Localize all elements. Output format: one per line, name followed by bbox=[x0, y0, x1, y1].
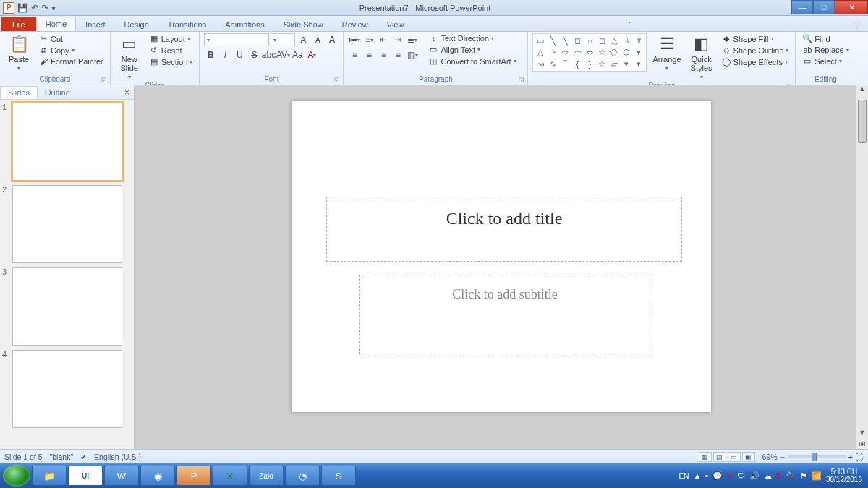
slideshow-view-button[interactable]: ▣ bbox=[742, 452, 755, 462]
align-right-button[interactable]: ≡ bbox=[377, 48, 390, 61]
slide-editor[interactable]: Click to add title Click to add subtitle bbox=[292, 101, 711, 412]
taskbar-chrome[interactable]: ◉ bbox=[140, 466, 175, 486]
shadow-button[interactable]: abс bbox=[262, 48, 275, 61]
tray-shield-icon[interactable]: 🛡 bbox=[737, 471, 745, 480]
start-button[interactable] bbox=[3, 465, 30, 487]
undo-icon[interactable]: ↶ bbox=[31, 3, 38, 13]
title-placeholder[interactable]: Click to add title bbox=[326, 197, 682, 262]
scroll-up-icon[interactable]: ▲ bbox=[856, 85, 868, 97]
close-button[interactable]: ✕ bbox=[835, 0, 868, 14]
save-icon[interactable]: 💾 bbox=[17, 3, 28, 13]
strike-button[interactable]: S bbox=[247, 48, 260, 61]
font-size-select[interactable] bbox=[271, 33, 295, 46]
slides-tab[interactable]: Slides bbox=[0, 86, 38, 99]
tray-app1-icon[interactable]: ▪ bbox=[705, 471, 708, 480]
maximize-button[interactable]: □ bbox=[813, 0, 835, 14]
reset-button[interactable]: ↺Reset bbox=[147, 45, 195, 56]
tab-insert[interactable]: Insert bbox=[76, 17, 115, 31]
tray-up-icon[interactable]: ▲ bbox=[693, 471, 701, 480]
tray-flag-icon[interactable]: ⚑ bbox=[800, 471, 807, 481]
thumbnail-4[interactable]: 4 bbox=[2, 350, 132, 428]
tab-slideshow[interactable]: Slide Show bbox=[274, 17, 333, 31]
align-left-button[interactable]: ≡ bbox=[348, 48, 361, 61]
align-text-button[interactable]: ▭Align Text bbox=[426, 44, 518, 55]
fit-window-button[interactable]: ⛶ bbox=[856, 453, 864, 461]
italic-button[interactable]: I bbox=[218, 48, 231, 61]
thumbnail-1[interactable]: 1 bbox=[2, 103, 132, 181]
text-direction-button[interactable]: ↕Text Direction bbox=[426, 33, 518, 43]
zoom-out-button[interactable]: − bbox=[780, 453, 785, 461]
tray-network-icon[interactable]: 📶 bbox=[812, 471, 822, 481]
decrease-indent-button[interactable]: ⇤ bbox=[377, 33, 390, 46]
close-panel-icon[interactable]: × bbox=[120, 87, 134, 98]
taskbar-word[interactable]: W bbox=[104, 466, 139, 486]
select-button[interactable]: ▭Select bbox=[800, 56, 851, 67]
scroll-thumb[interactable] bbox=[858, 100, 867, 143]
reading-view-button[interactable]: ▭ bbox=[728, 452, 741, 462]
bold-button[interactable]: B bbox=[204, 48, 217, 61]
layout-button[interactable]: ▦Layout bbox=[147, 33, 195, 44]
font-dialog-icon[interactable]: ◲ bbox=[334, 77, 340, 83]
tab-home[interactable]: Home bbox=[36, 17, 76, 31]
outline-tab[interactable]: Outline bbox=[38, 87, 77, 98]
paragraph-dialog-icon[interactable]: ◲ bbox=[519, 77, 524, 83]
quick-styles-button[interactable]: ◧Quick Styles bbox=[687, 33, 716, 82]
copy-button[interactable]: ⧉Copy bbox=[36, 45, 106, 56]
change-case-button[interactable]: Aa bbox=[291, 48, 304, 61]
tab-review[interactable]: Review bbox=[333, 17, 378, 31]
taskbar-powerpoint[interactable]: P bbox=[176, 466, 211, 486]
redo-icon[interactable]: ↷ bbox=[41, 3, 48, 13]
normal-view-button[interactable]: ▦ bbox=[699, 452, 712, 462]
paste-button[interactable]: 📋 Paste bbox=[4, 33, 33, 73]
char-spacing-button[interactable]: AV bbox=[276, 48, 289, 61]
justify-button[interactable]: ≡ bbox=[391, 48, 404, 61]
grow-font-icon[interactable]: A bbox=[297, 33, 310, 46]
font-family-select[interactable] bbox=[204, 33, 269, 46]
ribbon-minimize-icon[interactable]: ˇ bbox=[622, 21, 637, 31]
qat-more-icon[interactable]: ▾ bbox=[51, 3, 56, 13]
replace-button[interactable]: abReplace bbox=[800, 45, 851, 55]
thumbnail-3[interactable]: 3 bbox=[2, 267, 132, 346]
thumbnail-2[interactable]: 2 bbox=[2, 185, 132, 263]
help-icon[interactable]: ❔ bbox=[846, 21, 868, 31]
tray-cloud-icon[interactable]: ☁ bbox=[764, 471, 772, 481]
convert-smartart-button[interactable]: ◫Convert to SmartArt bbox=[426, 56, 518, 67]
numbering-button[interactable]: ≡ bbox=[362, 33, 375, 46]
taskbar-explorer[interactable]: 📁 bbox=[32, 466, 67, 486]
tray-v-icon[interactable]: V bbox=[727, 471, 732, 480]
tray-b-icon[interactable]: B bbox=[776, 471, 781, 480]
tray-power-icon[interactable]: 🔌 bbox=[786, 471, 796, 481]
shape-fill-button[interactable]: ◆Shape Fill bbox=[719, 33, 791, 44]
minimize-button[interactable]: — bbox=[791, 0, 813, 14]
align-center-button[interactable]: ≡ bbox=[362, 48, 375, 61]
new-slide-button[interactable]: ▭ New Slide bbox=[115, 33, 144, 82]
font-color-button[interactable]: A bbox=[305, 48, 318, 61]
vertical-scrollbar[interactable]: ▲ ▼ ⏮ ⏭ bbox=[856, 85, 868, 463]
section-button[interactable]: ▤Section bbox=[147, 56, 195, 67]
shape-outline-button[interactable]: ◇Shape Outline bbox=[719, 45, 791, 56]
clear-format-icon[interactable]: A̷ bbox=[326, 33, 339, 46]
taskbar-coccoc[interactable]: ◔ bbox=[285, 466, 320, 486]
language-indicator[interactable]: English (U.S.) bbox=[94, 453, 141, 461]
shape-effects-button[interactable]: ◯Shape Effects bbox=[719, 56, 791, 67]
line-spacing-button[interactable]: ≣ bbox=[406, 33, 419, 46]
scroll-down-icon[interactable]: ▼ bbox=[856, 429, 868, 440]
shrink-font-icon[interactable]: A bbox=[311, 33, 324, 46]
shapes-gallery[interactable]: ▭╲╲◻○◻△⇩⇧ △╰⇨⇦⇔☆⬠⬡▾ ↝∿⌒{}☆▱▾▾ bbox=[532, 33, 647, 72]
taskbar-unikey[interactable]: UI bbox=[68, 466, 103, 486]
zoom-slider[interactable] bbox=[788, 455, 846, 458]
tab-transitions[interactable]: Transitions bbox=[158, 17, 216, 31]
clipboard-dialog-icon[interactable]: ◲ bbox=[101, 77, 107, 83]
tab-design[interactable]: Design bbox=[115, 17, 158, 31]
zoom-in-button[interactable]: + bbox=[848, 453, 853, 461]
columns-button[interactable]: ▥ bbox=[406, 48, 419, 61]
tab-file[interactable]: File bbox=[1, 17, 36, 31]
spellcheck-icon[interactable]: ✔ bbox=[80, 453, 87, 461]
find-button[interactable]: 🔍Find bbox=[800, 33, 851, 44]
tab-animations[interactable]: Animations bbox=[216, 17, 273, 31]
format-painter-button[interactable]: 🖌Format Painter bbox=[36, 56, 106, 67]
sorter-view-button[interactable]: ▤ bbox=[713, 452, 726, 462]
tray-clock[interactable]: 5:13 CH 30/12/2016 bbox=[826, 468, 862, 484]
taskbar-excel[interactable]: X bbox=[213, 466, 247, 486]
tray-chat-icon[interactable]: 💬 bbox=[712, 471, 723, 481]
